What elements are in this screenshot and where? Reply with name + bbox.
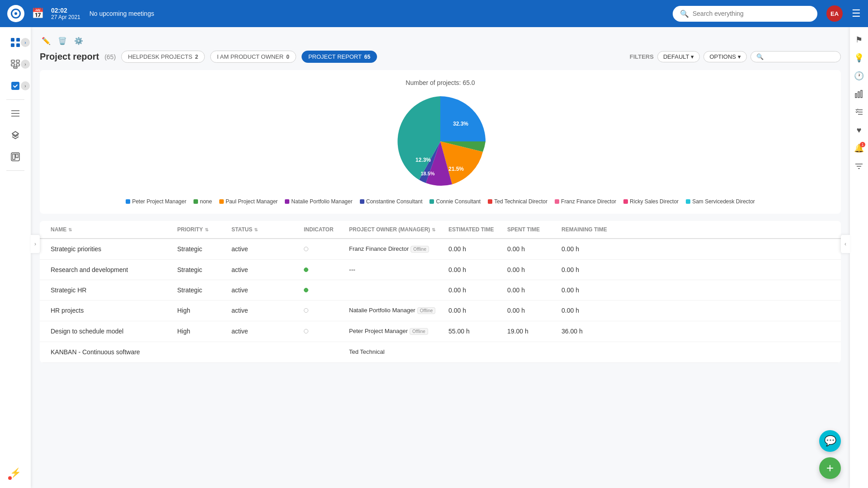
row-status: active <box>228 280 300 300</box>
sidebar-item-list[interactable] <box>5 103 25 123</box>
search-icon: 🔍 <box>680 9 689 18</box>
svg-rect-3 <box>16 43 20 47</box>
settings-button[interactable]: ⚙️ <box>72 34 85 47</box>
th-name[interactable]: NAME ⇅ <box>47 221 174 238</box>
bulb-icon[interactable]: 💡 <box>852 51 866 65</box>
time-info: 02:02 27 Apr 2021 <box>51 7 80 20</box>
row-name: KANBAN - Continuous software <box>47 342 174 362</box>
notification-dot <box>8 476 12 480</box>
svg-text:21.5%: 21.5% <box>448 166 464 172</box>
filter-icon[interactable] <box>852 159 866 174</box>
sidebar-item-home[interactable]: › <box>5 33 25 52</box>
filters-label: FILTERS <box>630 53 654 60</box>
indicator-dot <box>304 267 308 272</box>
heart-icon[interactable]: ♥ <box>852 123 866 137</box>
sidebar-item-tree[interactable]: › <box>5 54 25 74</box>
row-spent: 0.00 h <box>504 260 558 280</box>
row-status <box>228 342 300 362</box>
tag-count: 0 <box>286 54 289 60</box>
indicator-dot <box>304 308 308 313</box>
table-row[interactable]: KANBAN - Continuous software Ted Technic… <box>40 342 841 363</box>
row-name: HR projects <box>47 300 174 321</box>
table-row[interactable]: Strategic HR Strategic active 0.00 h 0.0… <box>40 280 841 300</box>
row-indicator <box>300 239 345 259</box>
row-remaining: 0.00 h <box>558 300 630 321</box>
flag-icon[interactable]: ⚑ <box>852 33 866 47</box>
svg-rect-16 <box>855 94 857 98</box>
chat-fab-button[interactable]: 💬 <box>819 430 841 452</box>
th-remaining: REMAINING TIME <box>558 221 630 238</box>
tag-helpdesk-projects[interactable]: HELPDESK PROJECTS 2 <box>121 51 205 63</box>
menu-icon[interactable]: ☰ <box>852 8 861 19</box>
sidebar-item-tasks[interactable]: › <box>5 76 25 96</box>
th-owner[interactable]: PROJECT OWNER (MANAGER) ⇅ <box>345 221 445 238</box>
projects-table: NAME ⇅ PRIORITY ⇅ STATUS ⇅ INDICATOR PRO… <box>40 221 841 363</box>
checklist-icon[interactable] <box>852 105 866 119</box>
th-spent: SPENT TIME <box>504 221 558 238</box>
options-chevron-icon: ▾ <box>738 53 741 60</box>
tag-project-report[interactable]: PROJECT REPORT 65 <box>302 51 377 63</box>
page-title-row: Project report (65) HELPDESK PROJECTS 2 … <box>40 51 841 63</box>
th-priority[interactable]: PRIORITY ⇅ <box>174 221 228 238</box>
row-status: active <box>228 321 300 342</box>
row-priority <box>174 342 228 362</box>
chart-container: 32.3% 12.3% 18.5% 21.5% <box>49 92 832 191</box>
row-name: Design to schedule model <box>47 321 174 342</box>
bar-chart-icon[interactable] <box>852 87 866 101</box>
table-row[interactable]: Strategic priorities Strategic active Fr… <box>40 239 841 260</box>
expand-icon[interactable]: › <box>21 38 30 47</box>
table-row[interactable]: Research and development Strategic activ… <box>40 260 841 280</box>
sidebar-item-board[interactable] <box>5 147 25 167</box>
row-priority: Strategic <box>174 239 228 259</box>
tag-label: HELPDESK PROJECTS <box>128 53 192 60</box>
search-box[interactable]: 🔍 <box>673 6 817 22</box>
indicator-dot <box>304 288 308 292</box>
calendar-icon[interactable]: 📅 <box>32 8 44 19</box>
collapse-sidebar-button[interactable]: › <box>31 235 40 253</box>
svg-rect-5 <box>11 64 14 66</box>
filter-default-label: DEFAULT <box>663 53 689 60</box>
legend-item: Franz Finance Director <box>555 198 616 205</box>
clock-icon[interactable]: 🕐 <box>852 69 866 83</box>
collapse-right-sidebar-button[interactable]: ‹ <box>841 235 850 253</box>
row-priority: High <box>174 300 228 321</box>
row-owner: Natalie Portfolio ManagerOffline <box>345 300 445 321</box>
legend-item: Ted Technical Director <box>488 198 547 205</box>
svg-text:18.5%: 18.5% <box>420 171 434 176</box>
sidebar-item-bolt[interactable]: ⚡ <box>5 463 25 483</box>
row-status: active <box>228 300 300 321</box>
row-priority: Strategic <box>174 280 228 300</box>
svg-text:12.3%: 12.3% <box>415 157 431 163</box>
th-status[interactable]: STATUS ⇅ <box>228 221 300 238</box>
legend-item: Constantine Consultant <box>360 198 423 205</box>
indicator-dot <box>304 329 308 333</box>
edit-button[interactable]: ✏️ <box>40 34 52 47</box>
row-name: Research and development <box>47 260 174 280</box>
expand-icon[interactable]: › <box>21 60 30 69</box>
filter-default-button[interactable]: DEFAULT ▾ <box>657 51 700 62</box>
notification-badge: 1 <box>860 142 865 147</box>
search-filter-box[interactable]: 🔍 <box>750 51 841 62</box>
add-fab-button[interactable]: + <box>819 457 841 479</box>
avatar[interactable]: EA <box>826 5 843 22</box>
right-sidebar: ⚑ 💡 🕐 ♥ 🔔 1 <box>850 27 868 488</box>
sidebar-item-dropbox[interactable] <box>5 125 25 145</box>
search-input[interactable] <box>693 10 810 17</box>
table-row[interactable]: Design to schedule model High active Pet… <box>40 321 841 342</box>
legend-item: Connie Consultant <box>429 198 481 205</box>
options-button[interactable]: OPTIONS ▾ <box>703 51 747 62</box>
row-spent: 19.00 h <box>504 321 558 342</box>
delete-button[interactable]: 🗑️ <box>56 34 69 47</box>
legend-item: Paul Project Manager <box>219 198 278 205</box>
expand-icon[interactable]: › <box>21 81 30 90</box>
table-row[interactable]: HR projects High active Natalie Portfoli… <box>40 300 841 321</box>
chart-subtitle: Number of projects: 65.0 <box>49 79 832 86</box>
svg-rect-2 <box>11 43 14 47</box>
tag-product-owner[interactable]: I AM PRODUCT OWNER 0 <box>210 51 296 63</box>
row-remaining: 0.00 h <box>558 239 630 259</box>
chart-area: Number of projects: 65.0 <box>40 70 841 214</box>
row-spent: 0.00 h <box>504 300 558 321</box>
logo[interactable] <box>7 5 24 22</box>
notification-icon[interactable]: 🔔 1 <box>852 141 866 155</box>
svg-rect-8 <box>14 67 17 68</box>
